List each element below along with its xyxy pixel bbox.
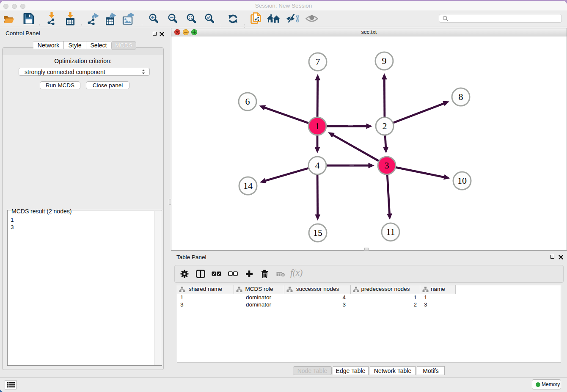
svg-text:14: 14 [243,180,253,191]
svg-text:10: 10 [457,175,467,186]
svg-text:15: 15 [313,227,322,238]
svg-text:9: 9 [382,55,387,66]
svg-text:1: 1 [315,121,320,131]
svg-text:2: 2 [383,121,387,131]
svg-text:11: 11 [386,226,395,237]
svg-text:6: 6 [245,96,250,107]
svg-text:3: 3 [385,160,389,171]
svg-text:4: 4 [315,160,320,171]
svg-text:7: 7 [316,56,320,67]
svg-text:8: 8 [459,91,463,102]
